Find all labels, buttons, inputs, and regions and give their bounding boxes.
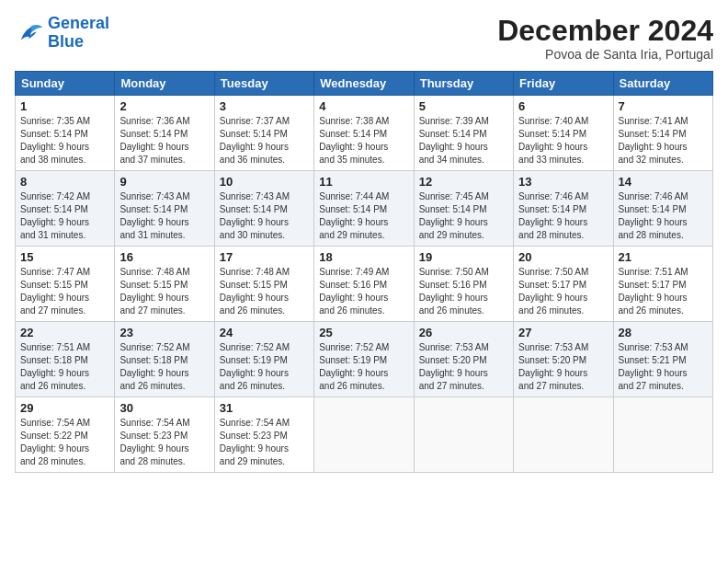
day-info: Sunrise: 7:46 AM Sunset: 5:14 PM Dayligh… [619, 190, 708, 242]
calendar-week-row: 15Sunrise: 7:47 AM Sunset: 5:15 PM Dayli… [16, 247, 713, 322]
logo-text: General Blue [48, 15, 109, 52]
day-info: Sunrise: 7:54 AM Sunset: 5:23 PM Dayligh… [220, 417, 309, 468]
day-info: Sunrise: 7:50 AM Sunset: 5:16 PM Dayligh… [419, 266, 508, 317]
day-info: Sunrise: 7:45 AM Sunset: 5:14 PM Dayligh… [419, 190, 508, 242]
day-info: Sunrise: 7:53 AM Sunset: 5:20 PM Dayligh… [518, 341, 608, 393]
day-info: Sunrise: 7:53 AM Sunset: 5:21 PM Dayligh… [619, 341, 708, 393]
month-title: December 2024 [497, 15, 713, 47]
day-number: 22 [20, 326, 109, 339]
day-number: 5 [419, 99, 508, 113]
calendar-week-row: 29Sunrise: 7:54 AM Sunset: 5:22 PM Dayli… [16, 397, 713, 473]
calendar-week-row: 8Sunrise: 7:42 AM Sunset: 5:14 PM Daylig… [16, 171, 713, 247]
calendar-week-row: 1Sunrise: 7:35 AM Sunset: 5:14 PM Daylig… [16, 96, 713, 171]
calendar-cell: 25Sunrise: 7:52 AM Sunset: 5:19 PM Dayli… [314, 322, 414, 397]
calendar-cell: 19Sunrise: 7:50 AM Sunset: 5:16 PM Dayli… [414, 247, 513, 322]
calendar-cell: 22Sunrise: 7:51 AM Sunset: 5:18 PM Dayli… [16, 322, 115, 397]
day-info: Sunrise: 7:51 AM Sunset: 5:18 PM Dayligh… [20, 341, 109, 393]
title-block: December 2024 Povoa de Santa Iria, Portu… [497, 15, 713, 62]
calendar-cell: 5Sunrise: 7:39 AM Sunset: 5:14 PM Daylig… [414, 96, 513, 171]
calendar-cell: 31Sunrise: 7:54 AM Sunset: 5:23 PM Dayli… [214, 397, 313, 473]
day-number: 10 [220, 175, 309, 189]
day-number: 2 [119, 99, 209, 113]
day-info: Sunrise: 7:47 AM Sunset: 5:15 PM Dayligh… [20, 266, 109, 317]
day-number: 21 [619, 250, 708, 264]
calendar-cell: 15Sunrise: 7:47 AM Sunset: 5:15 PM Dayli… [16, 247, 115, 322]
calendar-cell: 21Sunrise: 7:51 AM Sunset: 5:17 PM Dayli… [613, 247, 712, 322]
calendar-cell: 3Sunrise: 7:37 AM Sunset: 5:14 PM Daylig… [214, 96, 313, 171]
day-number: 26 [419, 326, 508, 339]
calendar-cell [314, 397, 414, 473]
day-info: Sunrise: 7:48 AM Sunset: 5:15 PM Dayligh… [220, 266, 309, 317]
day-info: Sunrise: 7:44 AM Sunset: 5:14 PM Dayligh… [319, 190, 408, 242]
day-info: Sunrise: 7:50 AM Sunset: 5:17 PM Dayligh… [518, 266, 608, 317]
location-subtitle: Povoa de Santa Iria, Portugal [497, 47, 713, 62]
calendar-cell: 26Sunrise: 7:53 AM Sunset: 5:20 PM Dayli… [414, 322, 513, 397]
day-number: 17 [220, 250, 309, 264]
calendar-cell: 10Sunrise: 7:43 AM Sunset: 5:14 PM Dayli… [214, 171, 313, 247]
day-number: 14 [619, 175, 708, 189]
day-header-saturday: Saturday [613, 72, 712, 96]
calendar-cell: 14Sunrise: 7:46 AM Sunset: 5:14 PM Dayli… [613, 171, 712, 247]
day-header-sunday: Sunday [16, 72, 115, 96]
day-info: Sunrise: 7:54 AM Sunset: 5:22 PM Dayligh… [20, 417, 109, 468]
day-number: 11 [319, 175, 408, 189]
day-number: 6 [518, 99, 608, 113]
calendar-table: SundayMondayTuesdayWednesdayThursdayFrid… [15, 71, 713, 473]
calendar-week-row: 22Sunrise: 7:51 AM Sunset: 5:18 PM Dayli… [16, 322, 713, 397]
day-number: 12 [419, 175, 508, 189]
calendar-cell [514, 397, 613, 473]
day-info: Sunrise: 7:52 AM Sunset: 5:19 PM Dayligh… [220, 341, 309, 393]
calendar-cell: 16Sunrise: 7:48 AM Sunset: 5:15 PM Dayli… [115, 247, 214, 322]
calendar-cell: 29Sunrise: 7:54 AM Sunset: 5:22 PM Dayli… [16, 397, 115, 473]
day-header-monday: Monday [115, 72, 214, 96]
day-info: Sunrise: 7:42 AM Sunset: 5:14 PM Dayligh… [20, 190, 109, 242]
day-number: 19 [419, 250, 508, 264]
calendar-cell [414, 397, 513, 473]
logo: General Blue [15, 15, 109, 52]
calendar-cell: 2Sunrise: 7:36 AM Sunset: 5:14 PM Daylig… [115, 96, 214, 171]
day-info: Sunrise: 7:43 AM Sunset: 5:14 PM Dayligh… [220, 190, 309, 242]
calendar-cell: 8Sunrise: 7:42 AM Sunset: 5:14 PM Daylig… [16, 171, 115, 247]
day-header-wednesday: Wednesday [314, 72, 414, 96]
day-header-friday: Friday [514, 72, 613, 96]
day-number: 13 [518, 175, 608, 189]
day-info: Sunrise: 7:38 AM Sunset: 5:14 PM Dayligh… [319, 115, 408, 167]
day-info: Sunrise: 7:51 AM Sunset: 5:17 PM Dayligh… [619, 266, 708, 317]
day-info: Sunrise: 7:39 AM Sunset: 5:14 PM Dayligh… [419, 115, 508, 167]
logo-icon [15, 20, 44, 46]
day-info: Sunrise: 7:35 AM Sunset: 5:14 PM Dayligh… [20, 115, 109, 167]
calendar-cell: 11Sunrise: 7:44 AM Sunset: 5:14 PM Dayli… [314, 171, 414, 247]
calendar-cell: 24Sunrise: 7:52 AM Sunset: 5:19 PM Dayli… [214, 322, 313, 397]
calendar-header-row: SundayMondayTuesdayWednesdayThursdayFrid… [16, 72, 713, 96]
calendar-cell: 30Sunrise: 7:54 AM Sunset: 5:23 PM Dayli… [115, 397, 214, 473]
calendar-cell: 6Sunrise: 7:40 AM Sunset: 5:14 PM Daylig… [514, 96, 613, 171]
day-number: 28 [619, 326, 708, 339]
calendar-cell: 28Sunrise: 7:53 AM Sunset: 5:21 PM Dayli… [613, 322, 712, 397]
calendar-cell [613, 397, 712, 473]
calendar-cell: 13Sunrise: 7:46 AM Sunset: 5:14 PM Dayli… [514, 171, 613, 247]
day-number: 1 [20, 99, 109, 113]
calendar-cell: 23Sunrise: 7:52 AM Sunset: 5:18 PM Dayli… [115, 322, 214, 397]
calendar-cell: 4Sunrise: 7:38 AM Sunset: 5:14 PM Daylig… [314, 96, 414, 171]
day-info: Sunrise: 7:52 AM Sunset: 5:18 PM Dayligh… [119, 341, 209, 393]
day-number: 24 [220, 326, 309, 339]
day-info: Sunrise: 7:52 AM Sunset: 5:19 PM Dayligh… [319, 341, 408, 393]
day-info: Sunrise: 7:43 AM Sunset: 5:14 PM Dayligh… [119, 190, 209, 242]
day-number: 3 [220, 99, 309, 113]
calendar-cell: 1Sunrise: 7:35 AM Sunset: 5:14 PM Daylig… [16, 96, 115, 171]
calendar-cell: 12Sunrise: 7:45 AM Sunset: 5:14 PM Dayli… [414, 171, 513, 247]
day-number: 30 [119, 401, 209, 415]
day-number: 4 [319, 99, 408, 113]
day-info: Sunrise: 7:37 AM Sunset: 5:14 PM Dayligh… [220, 115, 309, 167]
day-info: Sunrise: 7:49 AM Sunset: 5:16 PM Dayligh… [319, 266, 408, 317]
day-header-thursday: Thursday [414, 72, 513, 96]
calendar-cell: 17Sunrise: 7:48 AM Sunset: 5:15 PM Dayli… [214, 247, 313, 322]
day-number: 15 [20, 250, 109, 264]
day-info: Sunrise: 7:54 AM Sunset: 5:23 PM Dayligh… [119, 417, 209, 468]
day-number: 20 [518, 250, 608, 264]
day-info: Sunrise: 7:48 AM Sunset: 5:15 PM Dayligh… [119, 266, 209, 317]
day-number: 25 [319, 326, 408, 339]
day-info: Sunrise: 7:53 AM Sunset: 5:20 PM Dayligh… [419, 341, 508, 393]
day-info: Sunrise: 7:36 AM Sunset: 5:14 PM Dayligh… [119, 115, 209, 167]
calendar-cell: 18Sunrise: 7:49 AM Sunset: 5:16 PM Dayli… [314, 247, 414, 322]
